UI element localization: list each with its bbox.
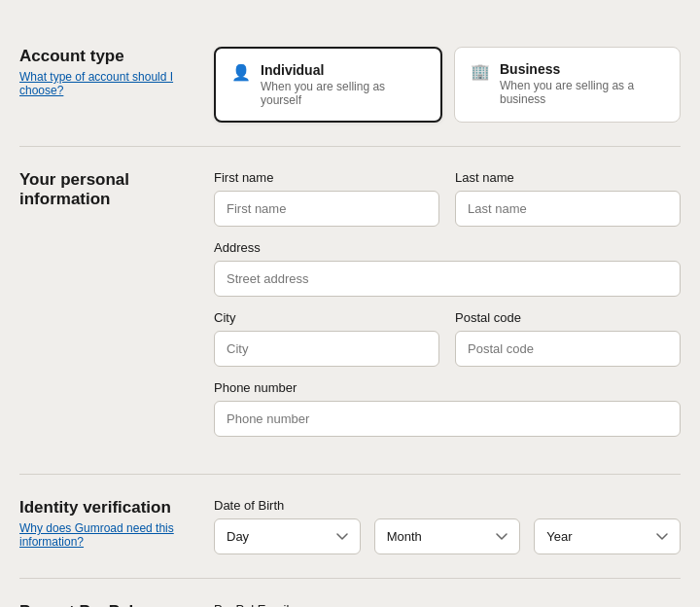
identity-help-link[interactable]: Why does Gumroad need this information? — [19, 521, 191, 549]
city-group: City — [214, 310, 439, 367]
city-input[interactable] — [214, 331, 439, 367]
account-type-label: Account type What type of account should… — [19, 47, 214, 97]
payout-label: Payout PayPal address — [19, 602, 214, 607]
first-name-group: First name — [214, 170, 439, 227]
postal-code-input[interactable] — [455, 331, 681, 367]
postal-code-group: Postal code — [455, 310, 681, 367]
personal-info-content: First name Last name Address City — [214, 170, 681, 450]
year-select[interactable]: Year — [534, 518, 681, 554]
phone-group: Phone number — [214, 380, 681, 437]
business-card[interactable]: 🏢 Business When you are selling as a bus… — [454, 47, 681, 123]
payout-content: PayPal Email — [214, 602, 681, 607]
account-type-title: Account type — [19, 47, 191, 66]
city-postal-row: City Postal code — [214, 310, 681, 367]
individual-title: Individual — [261, 62, 425, 78]
phone-input[interactable] — [214, 401, 681, 437]
address-group: Address — [214, 240, 681, 297]
account-type-help-link[interactable]: What type of account should I choose? — [19, 70, 191, 97]
dob-row: Day Month Year — [214, 518, 681, 554]
payout-section: Payout PayPal address PayPal Email — [19, 579, 681, 607]
individual-card[interactable]: 👤 Individual When you are selling as you… — [214, 47, 442, 123]
address-label: Address — [214, 240, 681, 255]
day-group: Day — [214, 518, 361, 554]
postal-code-label: Postal code — [455, 310, 681, 325]
day-select[interactable]: Day — [214, 518, 361, 554]
name-row: First name Last name — [214, 170, 681, 227]
phone-label: Phone number — [214, 380, 681, 395]
account-type-section: Account type What type of account should… — [19, 23, 681, 147]
account-type-cards: 👤 Individual When you are selling as you… — [214, 47, 681, 123]
dob-label: Date of Birth — [214, 498, 681, 513]
business-title: Business — [500, 61, 664, 77]
city-label: City — [214, 310, 439, 325]
month-group: Month — [374, 518, 521, 554]
last-name-input[interactable] — [455, 191, 681, 227]
identity-content: Date of Birth Day Month Year — [214, 498, 681, 554]
last-name-group: Last name — [455, 170, 681, 227]
phone-row: Phone number — [214, 380, 681, 437]
first-name-label: First name — [214, 170, 439, 185]
business-icon: 🏢 — [471, 62, 490, 81]
address-row: Address — [214, 240, 681, 297]
identity-section: Identity verification Why does Gumroad n… — [19, 475, 681, 579]
month-select[interactable]: Month — [374, 518, 521, 554]
paypal-email-label: PayPal Email — [214, 602, 681, 607]
first-name-input[interactable] — [214, 191, 439, 227]
dob-group: Date of Birth Day Month Year — [214, 498, 681, 554]
business-desc: When you are selling as a business — [500, 79, 664, 106]
identity-title: Identity verification — [19, 498, 191, 518]
individual-desc: When you are selling as yourself — [261, 80, 425, 107]
identity-label: Identity verification Why does Gumroad n… — [19, 498, 214, 549]
personal-info-label: Your personal information — [19, 170, 214, 213]
last-name-label: Last name — [455, 170, 681, 185]
address-input[interactable] — [214, 261, 681, 297]
personal-info-section: Your personal information First name Las… — [19, 147, 681, 475]
payout-title: Payout PayPal address — [19, 602, 191, 607]
year-group: Year — [534, 518, 681, 554]
account-type-content: 👤 Individual When you are selling as you… — [214, 47, 681, 123]
individual-icon: 👤 — [231, 63, 251, 82]
personal-info-title: Your personal information — [19, 170, 191, 209]
paypal-email-group: PayPal Email — [214, 602, 681, 607]
